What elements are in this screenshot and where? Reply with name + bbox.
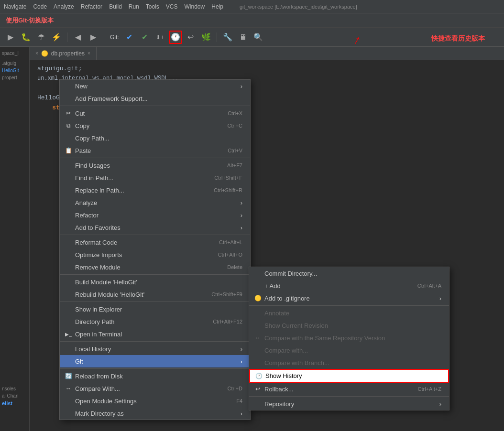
- menu-analyze[interactable]: Analyze ›: [60, 196, 250, 209]
- compare-repo-icon: ↔: [253, 334, 263, 341]
- menu-cut[interactable]: ✂ Cut Ctrl+X: [60, 107, 250, 119]
- menu-window[interactable]: Window: [185, 3, 205, 10]
- rebuild-module-shortcut: Ctrl+Shift+F9: [211, 291, 242, 297]
- menu-refactor[interactable]: Refactor ›: [60, 209, 250, 221]
- menu-directory-path[interactable]: Directory Path Ctrl+Alt+F12: [60, 315, 250, 328]
- menu-open-terminal-label: Open in Terminal: [75, 331, 122, 338]
- menu-compare-same-repo-label: Compare with the Same Repository Version: [264, 334, 385, 342]
- rsep-1: [249, 305, 449, 306]
- menu-run[interactable]: Run: [129, 3, 139, 10]
- menu-add[interactable]: + Add Ctrl+Alt+A: [249, 280, 449, 292]
- menu-repository[interactable]: Repository ›: [249, 398, 449, 410]
- menu-rollback[interactable]: ↩ Rollback... Ctrl+Alt+Z: [249, 383, 449, 395]
- git-revert-btn[interactable]: ↩: [184, 31, 197, 44]
- menu-add-favorites[interactable]: Add to Favorites ›: [60, 221, 250, 234]
- add-shortcut: Ctrl+Alt+A: [417, 283, 441, 289]
- menu-find-usages[interactable]: Find Usages Alt+F7: [60, 159, 250, 172]
- menu-reformat-label: Reformat Code: [75, 239, 117, 246]
- menu-new[interactable]: New ›: [60, 80, 250, 92]
- menu-paste[interactable]: 📋 Paste Ctrl+V: [60, 144, 250, 157]
- reload-icon: 🔄: [64, 373, 73, 379]
- menu-replace-in-path[interactable]: Replace in Path... Ctrl+Shift+R: [60, 184, 250, 196]
- menu-reload-label: Reload from Disk: [75, 373, 123, 380]
- menu-open-terminal[interactable]: ▶_ Open in Terminal: [60, 328, 250, 340]
- menu-find-in-path[interactable]: Find in Path... Ctrl+Shift+F: [60, 172, 250, 184]
- menu-rebuild-module[interactable]: Rebuild Module 'HelloGit' Ctrl+Shift+F9: [60, 288, 250, 301]
- sep1: [67, 32, 67, 42]
- debug-btn[interactable]: 🐛: [19, 31, 33, 44]
- menu-local-history[interactable]: Local History ›: [60, 343, 250, 355]
- menu-refactor-label: Refactor: [75, 212, 99, 219]
- new-arrow-icon: ›: [241, 83, 242, 90]
- git-update-btn[interactable]: ⬇+: [153, 31, 167, 44]
- menu-add-gitignore-label: Add to .gitignore: [264, 295, 310, 302]
- menu-compare-with[interactable]: ↔ Compare With... Ctrl+D: [60, 382, 250, 395]
- refactor-arrow-icon: ›: [241, 212, 242, 219]
- menu-rebuild-module-label: Rebuild Module 'HelloGit': [75, 291, 144, 298]
- menu-reload-from-disk[interactable]: 🔄 Reload from Disk: [60, 370, 250, 382]
- menu-annotate-label: Annotate: [264, 310, 289, 317]
- sidebar-prop-label: propert: [0, 74, 29, 81]
- back-btn[interactable]: ◀: [71, 31, 85, 44]
- git-branch-btn[interactable]: 🌿: [199, 31, 213, 44]
- menu-refactor[interactable]: Refactor: [81, 3, 102, 10]
- local-history-arrow-icon: ›: [241, 345, 242, 353]
- menu-add-framework[interactable]: Add Framework Support...: [60, 92, 250, 105]
- git-label: Git:: [110, 34, 119, 41]
- profile-btn[interactable]: ⚡: [50, 31, 63, 44]
- tasks-btn[interactable]: 🔧: [221, 31, 234, 44]
- sep3: [217, 32, 217, 42]
- menu-code[interactable]: Code: [33, 3, 47, 10]
- menu-reformat[interactable]: Reformat Code Ctrl+Alt+L: [60, 236, 250, 248]
- menu-copy-label: Copy: [75, 122, 89, 129]
- menu-add-gitignore[interactable]: 🟡 Add to .gitignore ›: [249, 292, 449, 304]
- reformat-shortcut: Ctrl+Alt+L: [219, 239, 242, 245]
- context-menu-left: New › Add Framework Support... ✂ Cut Ctr…: [59, 79, 251, 420]
- terminal-btn[interactable]: 🖥: [236, 31, 250, 44]
- compare-shortcut: Ctrl+D: [228, 386, 242, 391]
- menu-vcs[interactable]: VCS: [166, 3, 178, 10]
- menu-analyze[interactable]: Analyze: [54, 3, 74, 10]
- menu-optimize-imports[interactable]: Optimize Imports Ctrl+Alt+O: [60, 248, 250, 261]
- paste-shortcut: Ctrl+V: [228, 148, 242, 153]
- menu-commit-directory[interactable]: Commit Directory...: [249, 267, 449, 280]
- menu-build[interactable]: Build: [109, 3, 122, 10]
- compare-icon: ↔: [64, 385, 73, 392]
- forward-btn[interactable]: ▶: [87, 31, 100, 44]
- menu-help[interactable]: Help: [211, 3, 223, 10]
- replace-in-path-shortcut: Ctrl+Shift+R: [214, 187, 242, 193]
- tab-item[interactable]: × 🟡 db.properties ×: [30, 47, 97, 60]
- git-check2-btn[interactable]: ✔: [138, 31, 152, 44]
- menu-tools[interactable]: Tools: [146, 3, 159, 10]
- menu-open-module-settings[interactable]: Open Module Settings F4: [60, 395, 250, 407]
- menu-compare-label: Compare With...: [75, 385, 120, 392]
- sidebar-package-label: .atguig: [0, 60, 29, 67]
- show-history-toolbar-btn[interactable]: 🕐: [169, 31, 182, 44]
- menu-paste-label: Paste: [75, 147, 91, 154]
- find-usages-shortcut: Alt+F7: [227, 162, 242, 168]
- coverage-btn[interactable]: ☂: [34, 31, 48, 44]
- menu-copy-path[interactable]: Copy Path...: [60, 132, 250, 144]
- menu-rollback-label: Rollback...: [264, 386, 294, 393]
- sep-4: [60, 274, 250, 275]
- sep-1: [60, 106, 250, 106]
- menu-compare-with-branch-label: Compare with Branch...: [264, 359, 329, 366]
- menu-compare-same-repo: ↔ Compare with the Same Repository Versi…: [249, 332, 449, 344]
- menu-remove-module[interactable]: Remove Module Delete: [60, 261, 250, 273]
- menu-show-in-explorer[interactable]: Show in Explorer: [60, 303, 250, 315]
- search-everywhere-btn[interactable]: 🔍: [252, 31, 265, 44]
- menu-show-history[interactable]: 🕐 Show History: [249, 369, 449, 383]
- menu-mark-directory[interactable]: Mark Directory as ›: [60, 407, 250, 420]
- menu-navigate[interactable]: Navigate: [4, 3, 26, 10]
- menu-show-history-label: Show History: [265, 372, 302, 379]
- git-check1-btn[interactable]: ✔: [123, 31, 136, 44]
- tab-close2[interactable]: ×: [88, 51, 90, 56]
- menu-git[interactable]: Git ›: [60, 355, 250, 367]
- sidebar-class-label: HelloGit: [0, 67, 29, 74]
- copy-shortcut: Ctrl+C: [228, 123, 242, 129]
- run-btn[interactable]: ▶: [4, 31, 17, 44]
- menu-copy[interactable]: ⧉ Copy Ctrl+C: [60, 119, 250, 132]
- tab-close[interactable]: ×: [35, 51, 38, 56]
- sidebar-project-label: space_I: [0, 47, 29, 60]
- menu-build-module[interactable]: Build Module 'HelloGit': [60, 276, 250, 288]
